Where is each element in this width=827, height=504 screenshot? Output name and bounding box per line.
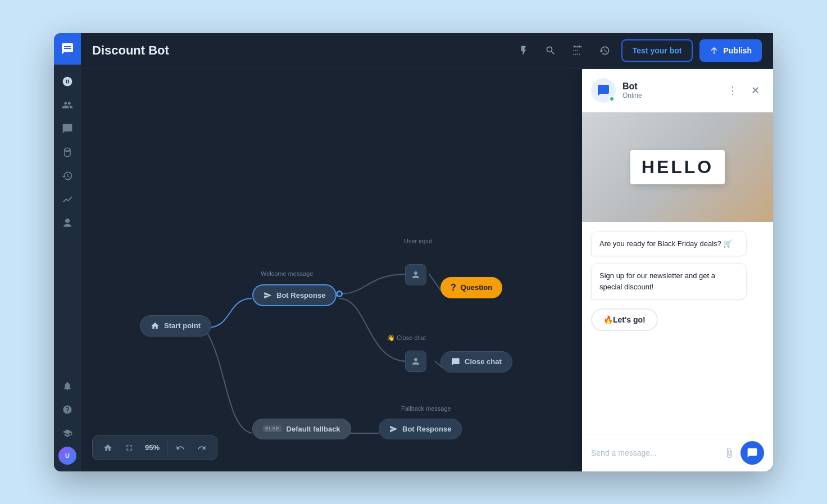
node-start-label: Start point: [164, 321, 201, 330]
chat-messages-inner: Are you ready for Black Friday deals? 🛒 …: [582, 222, 773, 340]
close-chat-label: 👋 Close chat: [387, 334, 426, 342]
sidebar-item-bots[interactable]: [57, 71, 78, 92]
node-bot-response-2-label: Bot Response: [402, 425, 451, 433]
publish-label: Publish: [723, 46, 752, 55]
cta-button-wrapper: 🔥Let's go!: [591, 308, 658, 331]
chat-close-button[interactable]: ✕: [746, 81, 764, 99]
svg-point-0: [336, 290, 343, 297]
cta-button[interactable]: 🔥Let's go!: [591, 308, 658, 331]
send-icon-2: [389, 425, 398, 433]
header-actions: Test your bot Publish: [514, 39, 762, 62]
bot-name: Bot: [622, 81, 724, 92]
sidebar-bottom: U: [57, 376, 78, 471]
node-bot-response-2[interactable]: Bot Response: [379, 419, 462, 439]
node-question-label: Question: [461, 283, 492, 292]
chat-header-actions: ⋮ ✕: [724, 81, 764, 99]
chat-header: Bot Online ⋮ ✕: [582, 69, 773, 112]
publish-button[interactable]: Publish: [699, 39, 762, 62]
toolbar-divider: [167, 441, 167, 455]
publish-icon: [710, 46, 719, 55]
chat-attach-button[interactable]: [724, 447, 735, 458]
question-mark-icon: ?: [451, 283, 456, 293]
sidebar-item-conversations[interactable]: [57, 119, 78, 139]
history-icon-btn[interactable]: [594, 40, 615, 61]
bot-avatar: [591, 78, 616, 103]
svg-point-1: [338, 292, 341, 296]
app-frame: U Discount Bot Test your bot: [54, 33, 773, 471]
canvas-toolbar: 95%: [92, 435, 217, 460]
sidebar-nav: [57, 65, 78, 376]
user-input-label: User input: [404, 238, 432, 244]
chat-message-1: Are you ready for Black Friday deals? 🛒: [591, 231, 747, 257]
chat-more-options-button[interactable]: ⋮: [724, 81, 742, 99]
sidebar-item-contacts[interactable]: [57, 95, 78, 115]
main-content: Discount Bot Test your bot Publish: [81, 33, 773, 471]
sidebar-logo[interactable]: [54, 33, 81, 65]
node-question[interactable]: ? Question: [440, 277, 502, 298]
chat-info: Bot Online: [622, 81, 724, 99]
bot-status: Online: [622, 92, 724, 99]
chat-hero-image: HELLO: [582, 112, 773, 222]
app-header: Discount Bot Test your bot Publish: [81, 33, 773, 69]
send-message-icon: [747, 447, 758, 458]
flow-canvas[interactable]: Welcome message User input 👋 Close chat …: [81, 69, 773, 471]
hero-text: HELLO: [642, 157, 714, 177]
search-icon-btn[interactable]: [540, 40, 561, 61]
chat-messages: HELLO Are you ready for Black Friday dea…: [582, 112, 773, 434]
sidebar-item-analytics[interactable]: [57, 189, 78, 210]
page-title: Discount Bot: [92, 43, 169, 58]
node-close-chat[interactable]: Close chat: [440, 351, 512, 373]
welcome-label: Welcome message: [261, 270, 313, 277]
sidebar: U: [54, 33, 81, 471]
filter-icon-btn[interactable]: [567, 40, 588, 61]
home-icon: [151, 321, 160, 330]
fallback-label: Fallback message: [401, 405, 451, 412]
node-fallback-label: Default fallback: [287, 425, 340, 433]
sidebar-item-database[interactable]: [57, 142, 78, 162]
chat-send-button[interactable]: [740, 441, 764, 465]
node-close-chat-label: Close chat: [465, 357, 502, 366]
node-bot-response-1[interactable]: Bot Response: [252, 284, 337, 306]
sidebar-item-help[interactable]: [57, 399, 78, 420]
person-wave-icon: [411, 356, 421, 366]
send-icon: [263, 291, 272, 299]
node-close-chat-icon[interactable]: [405, 351, 426, 372]
node-user-input-icon[interactable]: [405, 264, 426, 285]
chat-icon: [61, 42, 74, 56]
node-fallback[interactable]: ELSE Default fallback: [252, 419, 351, 439]
user-avatar[interactable]: U: [58, 447, 76, 465]
node-start[interactable]: Start point: [140, 315, 211, 337]
person-icon: [411, 270, 421, 280]
fullscreen-button[interactable]: [121, 439, 138, 456]
online-indicator: [609, 96, 615, 102]
chat-message-input[interactable]: [591, 448, 718, 457]
close-chat-icon: [451, 357, 460, 366]
sidebar-item-history[interactable]: [57, 166, 78, 186]
node-bot-response-1-label: Bot Response: [276, 291, 325, 299]
sidebar-item-notifications[interactable]: [57, 376, 78, 396]
sidebar-item-academy[interactable]: [57, 423, 78, 443]
redo-button[interactable]: [193, 439, 210, 456]
bot-avatar-icon: [597, 84, 610, 97]
zoom-level: 95%: [142, 443, 162, 452]
chat-panel: Bot Online ⋮ ✕ HELLO: [582, 69, 773, 471]
lightning-icon-btn[interactable]: [514, 40, 534, 61]
chat-message-2: Sign up for our newsletter and get a spe…: [591, 263, 747, 299]
else-tag: ELSE: [263, 425, 282, 432]
home-view-button[interactable]: [99, 439, 116, 456]
chat-input-area: [582, 434, 773, 471]
test-bot-button[interactable]: Test your bot: [621, 39, 693, 62]
undo-button[interactable]: [172, 439, 189, 456]
sidebar-item-team[interactable]: [57, 213, 78, 233]
